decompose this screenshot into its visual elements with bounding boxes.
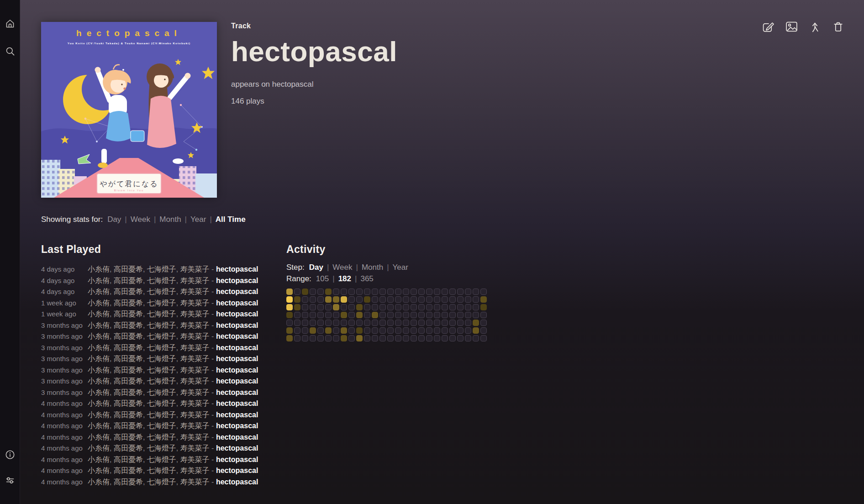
artist-link[interactable]: 高田憂希 (114, 444, 143, 452)
artist-link[interactable]: 七海燈子 (147, 411, 176, 419)
step-option-year[interactable]: Year (393, 263, 408, 272)
heatmap-cell[interactable] (294, 296, 300, 303)
heatmap-cell[interactable] (302, 312, 308, 318)
heatmap-cell[interactable] (372, 327, 378, 334)
artist-link[interactable]: 小糸侑 (88, 388, 110, 396)
stats-option-year[interactable]: Year (190, 215, 206, 224)
heatmap-cell[interactable] (379, 289, 386, 295)
artist-link[interactable]: 寿美菜子 (180, 433, 210, 441)
heatmap-cell[interactable] (325, 335, 332, 341)
heatmap-cell[interactable] (333, 335, 339, 341)
heatmap-cell[interactable] (465, 289, 471, 295)
artist-link[interactable]: 七海燈子 (147, 399, 176, 407)
artist-link[interactable]: 小糸侑 (88, 288, 110, 295)
heatmap-cell[interactable] (403, 304, 409, 310)
stats-option-week[interactable]: Week (131, 215, 150, 224)
scrobble-time-link[interactable]: 3 months ago (41, 344, 83, 352)
heatmap-cell[interactable] (310, 289, 316, 295)
artist-link[interactable]: 寿美菜子 (180, 422, 210, 430)
artist-link[interactable]: 寿美菜子 (180, 355, 210, 362)
track-link[interactable]: hectopascal (216, 288, 258, 295)
artist-link[interactable]: 小糸侑 (88, 467, 110, 474)
image-icon[interactable] (785, 20, 798, 33)
artist-link[interactable]: 七海燈子 (147, 444, 176, 452)
heatmap-cell[interactable] (411, 335, 417, 341)
heatmap-cell[interactable] (411, 327, 417, 334)
heatmap-cell[interactable] (317, 312, 324, 318)
heatmap-cell[interactable] (348, 327, 355, 334)
heatmap-cell[interactable] (325, 289, 332, 295)
track-link[interactable]: hectopascal (216, 444, 258, 452)
artist-link[interactable]: 高田憂希 (114, 310, 143, 318)
heatmap-cell[interactable] (356, 320, 363, 326)
range-option-105[interactable]: 105 (316, 274, 329, 283)
heatmap-cell[interactable] (302, 320, 308, 326)
heatmap-cell[interactable] (341, 327, 347, 334)
heatmap-cell[interactable] (449, 327, 456, 334)
heatmap-cell[interactable] (457, 327, 464, 334)
heatmap-cell[interactable] (317, 335, 324, 341)
artist-link[interactable]: 小糸侑 (88, 355, 110, 362)
artist-link[interactable]: 寿美菜子 (180, 332, 210, 340)
heatmap-cell[interactable] (356, 304, 363, 310)
artist-link[interactable]: 小糸侑 (88, 344, 110, 352)
heatmap-cell[interactable] (480, 296, 487, 303)
scrobble-time-link[interactable]: 4 months ago (41, 399, 83, 407)
heatmap-cell[interactable] (372, 320, 378, 326)
heatmap-cell[interactable] (387, 304, 394, 310)
heatmap-cell[interactable] (457, 335, 464, 341)
info-icon[interactable] (5, 449, 16, 460)
artist-link[interactable]: 寿美菜子 (180, 277, 210, 284)
heatmap-cell[interactable] (395, 304, 401, 310)
heatmap-cell[interactable] (418, 289, 425, 295)
artist-link[interactable]: 七海燈子 (147, 478, 176, 486)
heatmap-cell[interactable] (348, 312, 355, 318)
heatmap-cell[interactable] (395, 296, 401, 303)
artist-link[interactable]: 七海燈子 (147, 265, 176, 273)
artist-link[interactable]: 寿美菜子 (180, 299, 210, 307)
artist-link[interactable]: 小糸侑 (88, 478, 110, 486)
heatmap-cell[interactable] (333, 327, 339, 334)
heatmap-cell[interactable] (434, 312, 440, 318)
heatmap-cell[interactable] (310, 335, 316, 341)
heatmap-cell[interactable] (356, 289, 363, 295)
artist-link[interactable]: 寿美菜子 (180, 321, 210, 329)
heatmap-cell[interactable] (325, 327, 332, 334)
heatmap-cell[interactable] (426, 335, 432, 341)
heatmap-cell[interactable] (418, 312, 425, 318)
scrobble-time-link[interactable]: 3 months ago (41, 377, 83, 385)
heatmap-cell[interactable] (465, 320, 471, 326)
heatmap-cell[interactable] (286, 312, 293, 318)
heatmap-cell[interactable] (325, 304, 332, 310)
heatmap-cell[interactable] (333, 304, 339, 310)
heatmap-cell[interactable] (356, 312, 363, 318)
heatmap-cell[interactable] (465, 335, 471, 341)
artist-link[interactable]: 小糸侑 (88, 456, 110, 463)
heatmap-cell[interactable] (317, 289, 324, 295)
heatmap-cell[interactable] (442, 304, 448, 310)
heatmap-cell[interactable] (403, 327, 409, 334)
artist-link[interactable]: 高田憂希 (114, 456, 143, 463)
heatmap-cell[interactable] (364, 304, 370, 310)
heatmap-cell[interactable] (387, 327, 394, 334)
track-link[interactable]: hectopascal (216, 411, 258, 419)
heatmap-cell[interactable] (426, 289, 432, 295)
heatmap-cell[interactable] (325, 320, 332, 326)
heatmap-cell[interactable] (341, 312, 347, 318)
heatmap-cell[interactable] (286, 320, 293, 326)
heatmap-cell[interactable] (449, 312, 456, 318)
artist-link[interactable]: 寿美菜子 (180, 366, 210, 374)
heatmap-cell[interactable] (387, 335, 394, 341)
heatmap-cell[interactable] (317, 296, 324, 303)
heatmap-cell[interactable] (411, 312, 417, 318)
heatmap-cell[interactable] (395, 327, 401, 334)
heatmap-cell[interactable] (395, 320, 401, 326)
heatmap-cell[interactable] (372, 296, 378, 303)
heatmap-cell[interactable] (317, 327, 324, 334)
artist-link[interactable]: 高田憂希 (114, 366, 143, 374)
artist-link[interactable]: 小糸侑 (88, 310, 110, 318)
artist-link[interactable]: 高田憂希 (114, 321, 143, 329)
heatmap-cell[interactable] (480, 320, 487, 326)
heatmap-cell[interactable] (325, 296, 332, 303)
artist-link[interactable]: 七海燈子 (147, 388, 176, 396)
